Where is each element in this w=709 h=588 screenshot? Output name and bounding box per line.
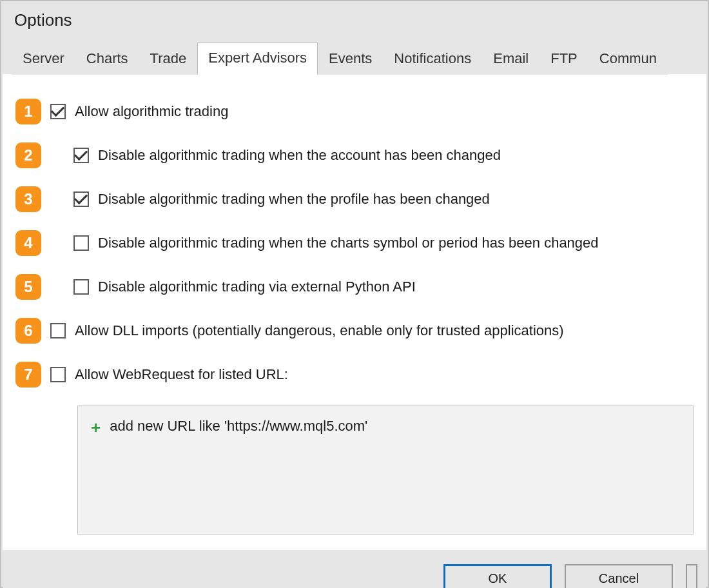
tab-server[interactable]: Server — [12, 43, 75, 75]
dialog-button-bar: OK Cancel — [3, 550, 706, 588]
tab-community[interactable]: Commun — [588, 43, 668, 75]
tab-email[interactable]: Email — [482, 43, 539, 75]
tab-events[interactable]: Events — [318, 43, 383, 75]
cancel-button[interactable]: Cancel — [565, 564, 673, 588]
annotation-marker: 7 — [15, 362, 41, 387]
plus-icon: + — [91, 419, 101, 436]
option-row-6: 6 Allow DLL imports (potentially dangero… — [15, 318, 694, 344]
option-row-3: 3 Disable algorithmic trading when the p… — [15, 186, 694, 212]
option-row-2: 2 Disable algorithmic trading when the a… — [15, 142, 694, 168]
annotation-marker: 4 — [15, 230, 41, 256]
client-area: Server Charts Trade Expert Advisors Even… — [3, 42, 706, 588]
option-row-7: 7 Allow WebRequest for listed URL: — [15, 362, 694, 387]
url-list-box[interactable]: + add new URL like 'https://www.mql5.com… — [77, 406, 694, 534]
tab-trade[interactable]: Trade — [139, 43, 198, 75]
annotation-marker: 6 — [15, 318, 41, 344]
option-label: Disable algorithmic trading when the acc… — [98, 147, 501, 164]
option-label: Allow algorithmic trading — [75, 103, 228, 120]
option-label: Allow DLL imports (potentially dangerous… — [75, 322, 564, 339]
tab-ftp[interactable]: FTP — [539, 43, 588, 75]
tab-expert-advisors[interactable]: Expert Advisors — [197, 43, 318, 75]
window-title: Options — [1, 1, 708, 42]
checkbox-disable-on-symbol-change[interactable] — [73, 235, 89, 251]
tabs-strip: Server Charts Trade Expert Advisors Even… — [3, 42, 706, 74]
checkbox-disable-via-python-api[interactable] — [73, 279, 89, 295]
ok-button[interactable]: OK — [443, 564, 552, 588]
annotation-marker: 5 — [15, 274, 41, 300]
option-label: Disable algorithmic trading via external… — [98, 279, 416, 295]
checkbox-disable-on-profile-change[interactable] — [73, 191, 89, 207]
annotation-marker: 2 — [15, 142, 41, 168]
checkbox-disable-on-account-change[interactable] — [73, 148, 89, 163]
checkbox-allow-dll-imports[interactable] — [50, 323, 66, 338]
option-label: Disable algorithmic trading when the cha… — [98, 235, 599, 251]
tab-notifications[interactable]: Notifications — [383, 43, 482, 75]
option-row-4: 4 Disable algorithmic trading when the c… — [15, 230, 694, 256]
option-label: Disable algorithmic trading when the pro… — [98, 191, 490, 208]
annotation-marker: 3 — [15, 186, 41, 212]
annotation-marker: 1 — [15, 99, 41, 124]
tab-charts[interactable]: Charts — [75, 43, 139, 75]
option-label: Allow WebRequest for listed URL: — [75, 366, 288, 383]
checkbox-allow-algo-trading[interactable] — [50, 104, 66, 119]
option-row-5: 5 Disable algorithmic trading via extern… — [15, 274, 694, 300]
url-add-placeholder: add new URL like 'https://www.mql5.com' — [110, 418, 367, 435]
checkbox-allow-webrequest[interactable] — [50, 367, 66, 382]
option-row-1: 1 Allow algorithmic trading — [15, 99, 694, 124]
button-cutoff[interactable] — [686, 564, 697, 588]
tab-panel-expert-advisors: 1 Allow algorithmic trading 2 Disable al… — [3, 74, 706, 550]
options-window: Options Server Charts Trade Expert Advis… — [0, 0, 709, 588]
